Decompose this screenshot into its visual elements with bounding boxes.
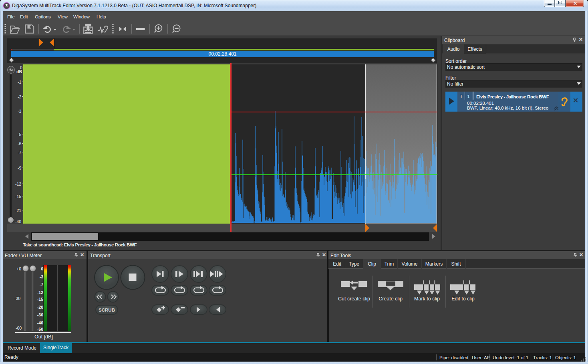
svg-text:SCRUB: SCRUB <box>99 308 115 312</box>
